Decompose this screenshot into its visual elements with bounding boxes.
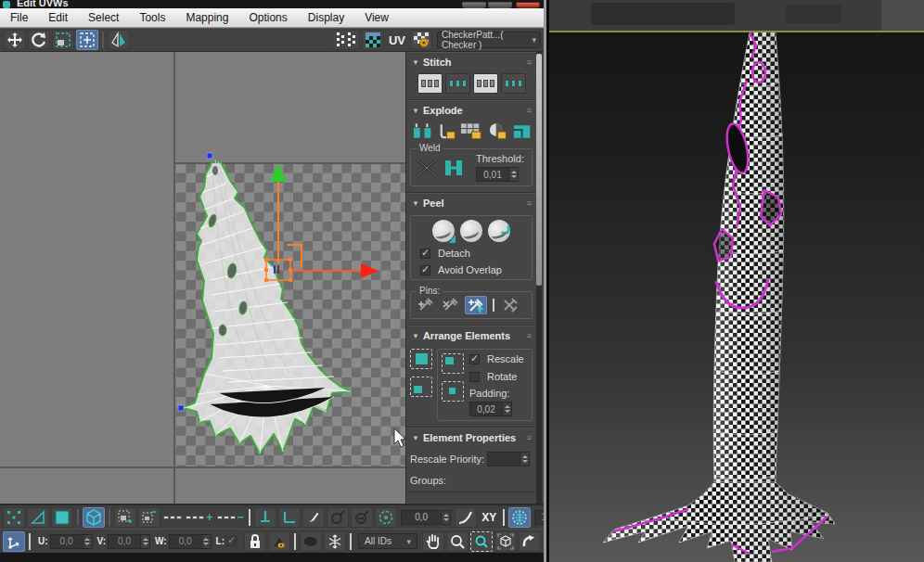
grow-selection-button[interactable]: [114, 507, 136, 528]
lock-aspect-checkbox[interactable]: [226, 536, 237, 546]
menu-display[interactable]: Display: [298, 11, 354, 24]
vertex-mode-button[interactable]: [3, 507, 25, 528]
maximize-button[interactable]: [488, 2, 512, 8]
lock-selection-button[interactable]: [244, 531, 266, 552]
align-vertical-button[interactable]: [254, 507, 276, 528]
rotate-tool-button[interactable]: [28, 30, 50, 50]
mirror-tool-button[interactable]: [108, 30, 130, 50]
move-icon: [6, 32, 23, 48]
soft-selection-falloff-spinner[interactable]: 0,0: [401, 510, 451, 525]
dialog-bottom-strip: [0, 553, 544, 562]
threshold-spinner[interactable]: 0,01: [476, 167, 524, 182]
avoid-overlap-checkbox[interactable]: [420, 265, 430, 275]
zoom-region-button[interactable]: [470, 531, 493, 552]
pack-tight-button[interactable]: [442, 381, 464, 402]
grow-loop-button[interactable]: +: [186, 510, 213, 524]
rescale-priority-spinner[interactable]: [487, 452, 530, 466]
scale-tool-button[interactable]: [52, 30, 74, 50]
show-grid-button[interactable]: [332, 30, 360, 50]
explode-title: Explode: [423, 105, 463, 116]
stitch-header[interactable]: ▼ Stitch ≡: [410, 55, 533, 70]
main-viewport[interactable]: [549, 0, 924, 562]
peel-mode-button[interactable]: [460, 220, 482, 242]
reset-peel-button[interactable]: [488, 220, 510, 242]
element-properties-header[interactable]: ▼ Element Properties ≡: [410, 430, 533, 445]
rescale-checkbox[interactable]: [469, 354, 480, 364]
menu-mapping[interactable]: Mapping: [175, 11, 238, 24]
background-panel-blur: [881, 0, 924, 31]
stitch-custom-button[interactable]: [417, 73, 443, 94]
break-edge-icon[interactable]: [436, 122, 457, 141]
arrange-elements-header[interactable]: ▼ Arrange Elements ≡: [410, 328, 533, 343]
unpin-selected-button[interactable]: [440, 296, 462, 314]
minimize-button[interactable]: [462, 2, 486, 8]
pattern-options-button[interactable]: [410, 30, 432, 50]
face-mode-button[interactable]: [51, 507, 73, 528]
grid-snap-button[interactable]: [508, 507, 531, 528]
move-tool-button[interactable]: [4, 30, 26, 50]
explode-header[interactable]: ▼ Explode ≡: [410, 103, 533, 118]
menu-options[interactable]: Options: [238, 11, 297, 24]
zoom-button[interactable]: [446, 531, 468, 552]
edge-mode-button[interactable]: [27, 507, 49, 528]
brush-falloff-shrink-button[interactable]: [351, 507, 373, 528]
w-spinner[interactable]: 0,0: [169, 534, 212, 549]
falloff-space-label[interactable]: XY: [481, 511, 496, 524]
target-weld-icon[interactable]: [442, 157, 466, 179]
falloff-curve-button[interactable]: [455, 507, 477, 528]
texture-list-dropdown[interactable]: CheckerPatt...( Checker ) ▾: [437, 32, 541, 48]
material-id-filter-dropdown[interactable]: All IDs ▾: [358, 533, 417, 549]
element-mode-button[interactable]: [83, 507, 105, 528]
menu-file[interactable]: File: [0, 11, 38, 24]
shrink-loop-button[interactable]: −: [217, 510, 245, 524]
viewport-3d-view[interactable]: [549, 32, 924, 562]
padding-spinner[interactable]: 0,02: [469, 402, 528, 416]
break-face-icon[interactable]: [460, 122, 483, 141]
pins-separator: [493, 299, 494, 312]
dialog-titlebar[interactable]: Edit UVWs: [0, 0, 544, 8]
weld-selected-icon[interactable]: [415, 157, 439, 179]
filter-selected-faces-button[interactable]: [268, 531, 290, 552]
freeze-selected-button[interactable]: [324, 531, 346, 552]
hide-selected-button[interactable]: [300, 531, 322, 552]
soft-selection-button[interactable]: [375, 507, 397, 528]
pin-tool-button[interactable]: [465, 296, 487, 314]
pin-selected-button[interactable]: [415, 296, 437, 314]
paint-select-button[interactable]: [302, 507, 325, 528]
panel-scrollbar[interactable]: [536, 52, 542, 504]
close-button[interactable]: [516, 2, 540, 8]
panel-scrollbar-thumb[interactable]: [536, 54, 542, 286]
explode-to-element-icon[interactable]: [511, 122, 533, 141]
stitch-average-button[interactable]: [473, 73, 498, 94]
brush-falloff-grow-button[interactable]: [327, 507, 349, 528]
rotate-checkbox[interactable]: [469, 372, 480, 382]
freeform-mode-button[interactable]: [76, 30, 98, 50]
uvw-gizmo-button[interactable]: [3, 531, 25, 552]
pack-corner-button[interactable]: [410, 377, 432, 397]
rescale-elements-button[interactable]: [442, 353, 464, 374]
unpin-all-button[interactable]: [500, 296, 522, 314]
zoom-to-selected-button[interactable]: [519, 531, 541, 552]
detach-checkbox[interactable]: [420, 249, 430, 259]
quick-peel-button[interactable]: [432, 220, 455, 242]
uv-space-label[interactable]: UV: [389, 33, 405, 47]
select-loop-button[interactable]: [163, 516, 182, 519]
v-spinner[interactable]: 0,0: [108, 534, 150, 549]
shrink-selection-button[interactable]: [138, 507, 160, 528]
pan-button[interactable]: [422, 531, 444, 552]
peel-header[interactable]: ▼ Peel ≡: [410, 196, 533, 211]
uv-editor-canvas[interactable]: [0, 52, 405, 504]
u-spinner[interactable]: 0,0: [50, 534, 93, 549]
menu-view[interactable]: View: [354, 11, 399, 24]
stitch-target-button[interactable]: [501, 73, 526, 94]
menu-tools[interactable]: Tools: [129, 11, 175, 24]
break-vertex-icon[interactable]: [412, 122, 433, 141]
stitch-source-button[interactable]: [445, 73, 470, 94]
zoom-extents-button[interactable]: [494, 531, 517, 552]
align-horizontal-button[interactable]: [278, 507, 301, 528]
show-map-button[interactable]: [362, 30, 384, 50]
pack-normalize-button[interactable]: [410, 349, 432, 369]
flatten-mapping-icon[interactable]: [487, 122, 508, 141]
menu-edit[interactable]: Edit: [38, 11, 78, 24]
menu-select[interactable]: Select: [78, 11, 129, 24]
